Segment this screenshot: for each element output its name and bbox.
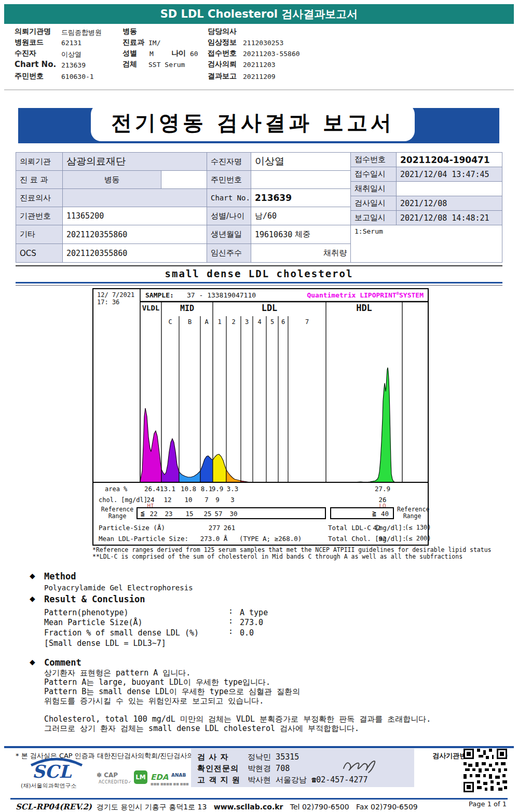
- accreditation-logos: ✽ CAP ACCREDITED✓ LM EDA ANAB ■■■ ■■■■ ■…: [97, 770, 187, 791]
- field-value: 2112030253: [243, 39, 283, 47]
- field-label: Chart No.: [15, 60, 56, 69]
- ref-vldl: 22: [149, 510, 157, 518]
- result-item-value: 0.0: [240, 628, 254, 638]
- table-value: 이상열: [251, 153, 351, 171]
- result-item-label: Mean Particle Size(Å): [44, 618, 143, 627]
- result-item-colon: :: [228, 627, 233, 636]
- page-number: Page 1 of 1: [469, 800, 507, 808]
- patient-header: 의뢰기관명 드림종합병원 병원코드 62131 수진자 이상열 Chart No…: [4, 24, 514, 90]
- result-heading: Result & Conclusion: [44, 594, 145, 604]
- diamond-icon: ◆: [30, 594, 35, 603]
- comment-line: Pattern A는 large, buoyant LDL이 우세한 type입…: [44, 678, 270, 687]
- field-value: SST Serum: [148, 61, 185, 69]
- staff-info-box: 검 사 자 정낙민 35315 확인전문의 박현경 708 고 객 지 원 박사…: [191, 749, 414, 787]
- table-label: 기관번호: [16, 207, 63, 225]
- field-value: 60: [190, 50, 198, 58]
- lab-report-page: SD LDL Cholesterol 검사결과보고서 의뢰기관명 드림종합병원 …: [0, 0, 518, 812]
- cap-accredited-text: ACCREDITED✓: [99, 780, 132, 784]
- signature: [342, 757, 378, 775]
- electrophoresis-curve: [93, 289, 428, 483]
- field-label: 나이: [171, 49, 186, 58]
- chol-value-ldl2: 3: [230, 496, 235, 504]
- table-label: 생년월일: [207, 225, 251, 244]
- eda-fineprint: ■■■ ■■■■ ■■ ■■■: [151, 782, 189, 786]
- footer-separator-top: [4, 746, 514, 748]
- table-label: 기타: [16, 225, 63, 244]
- table-label: 채취일시: [351, 182, 397, 196]
- lab-address: 경기도 용인시 기흥구 흥덕1로 13: [97, 803, 207, 811]
- scl-logo-subtitle: (재)서울의과학연구소: [21, 782, 77, 790]
- area-value-ldl1: 9.9: [212, 485, 224, 493]
- table-label: 성별/나이: [207, 207, 251, 225]
- table-label: 검사일시: [351, 196, 397, 211]
- table-label: Chart No.: [207, 189, 251, 207]
- table-value: 2021120355860: [63, 225, 207, 244]
- table-label: 진 료 과: [16, 171, 63, 189]
- field-label: 수진자: [15, 49, 36, 58]
- result-item-label: Pattern(phenotype): [44, 608, 129, 617]
- particle-size-label: Particle-Size (Å): [99, 524, 165, 532]
- comment-line: 그러므로 상기 환자 검체는 small dense LDL cholester…: [44, 724, 359, 734]
- total-chol-ref: (≤ 200): [405, 535, 431, 542]
- total-ldl-label: Total LDL-C [mg/dl]:: [328, 524, 406, 532]
- chol-row-label: chol. [mg/dl]: [99, 496, 147, 504]
- section-rule-top: [16, 265, 502, 266]
- mean-size-value: 273.0 Å: [200, 535, 228, 543]
- field-value: 드림종합병원: [61, 28, 102, 37]
- result-item-value: 273.0: [240, 618, 263, 627]
- chart-footnote-1: *Reference ranges derived from 125 serum…: [92, 546, 492, 553]
- area-value-vldl: 26.4: [144, 485, 160, 493]
- comment-line: Pattern B는 small dense LDL이 우세한 type으로 심…: [44, 687, 300, 697]
- anab-logo: ANAB: [171, 773, 186, 778]
- reference-range-label-left: Reference Range: [100, 506, 135, 520]
- diamond-icon: ◆: [30, 658, 35, 666]
- birthdate-value: 19610630: [255, 230, 292, 239]
- table-label: 주민번호: [207, 171, 251, 189]
- ge-sign: ≧: [372, 509, 376, 517]
- staff-row-examiner: 검 사 자 정낙민 35315: [197, 752, 299, 762]
- field-label: 성별: [122, 49, 137, 58]
- field-value: M: [149, 50, 154, 58]
- mean-size-label: Mean LDL-Particle Size:: [99, 535, 188, 543]
- ref-mida: 25: [203, 510, 211, 518]
- band-fill-ldl1: [213, 454, 226, 483]
- staff-row-support: 고 객 지 원 박사현 서울강남 ☎02-457-4277: [197, 775, 368, 785]
- table-label: 보고일시: [351, 211, 397, 225]
- field-label: 검사의뢰: [208, 60, 237, 69]
- table-value: 11365200: [63, 207, 207, 225]
- comment-line: Cholesterol, total 100 mg/dL 미만의 검체는 VLD…: [44, 714, 431, 724]
- comment-heading: Comment: [44, 657, 81, 668]
- eda-logo: EDA: [151, 773, 168, 782]
- method-heading: Method: [44, 571, 76, 581]
- result-item-colon: :: [228, 606, 233, 616]
- lm-logo: LM: [134, 770, 147, 784]
- order-info-table: 의뢰기관 삼광의료재단 수진자명 이상열 접수번호 20211204-19047…: [16, 152, 502, 263]
- field-label: 검체: [122, 60, 137, 69]
- field-label: 주민번호: [15, 72, 44, 81]
- footer-separator-bottom: [10, 798, 508, 800]
- footer-address-line: SCL-RP04(REV.2) 경기도 용인시 기흥구 흥덕1로 13 www.…: [16, 802, 418, 812]
- result-item-value: A type: [240, 608, 268, 617]
- section-title: small dense LDL cholesterol: [0, 268, 518, 279]
- serum-note-cell: 1:Serum: [351, 225, 502, 263]
- field-label: 결과보고: [208, 72, 237, 81]
- reference-range-box-hdl: ≧ 40: [330, 507, 394, 519]
- field-value: 20211203-55860: [243, 50, 300, 58]
- field-label: 진료과: [122, 38, 144, 47]
- field-label: 병동: [122, 27, 137, 36]
- table-value: [251, 171, 351, 189]
- method-body: Polyacrylamide Gel Electrophoresis: [44, 584, 193, 592]
- table-label: 접수번호: [351, 153, 397, 167]
- table-value: 2021/12/04 13:47:45: [397, 167, 502, 182]
- field-value: 213639: [61, 61, 86, 69]
- report-type-title: SD LDL Cholesterol 검사결과보고서: [160, 7, 358, 21]
- le-sign: ≦: [141, 509, 145, 517]
- table-value: [161, 171, 207, 189]
- report-title-banner: 전기영동 검사결과 보고서: [18, 108, 499, 143]
- particle-size-ldl2: 261: [224, 524, 236, 532]
- table-label: 의뢰기관: [16, 153, 63, 171]
- total-ldl-value: 42: [373, 524, 380, 532]
- field-label: 임상정보: [208, 38, 237, 47]
- table-value: [397, 182, 502, 196]
- chol-value-ldl1: 9: [215, 496, 220, 504]
